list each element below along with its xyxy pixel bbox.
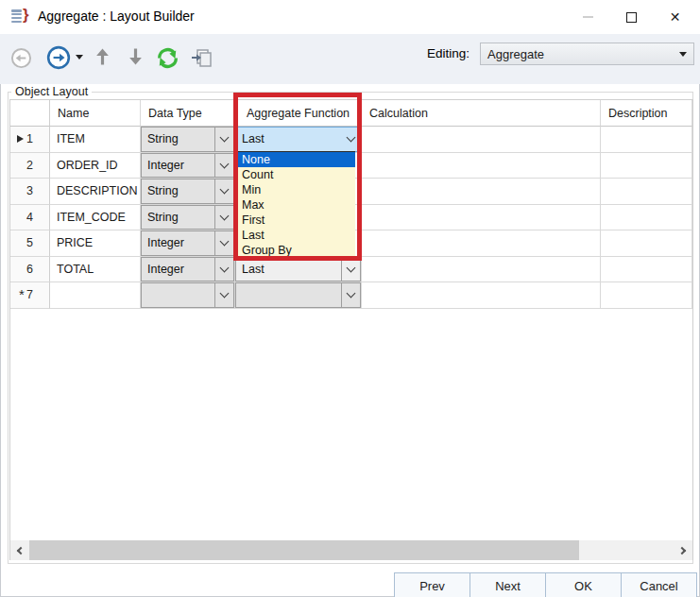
cell-calculation[interactable] (362, 205, 601, 231)
close-button[interactable]: ✕ (654, 0, 696, 34)
cell-aggregate-function[interactable]: Last (235, 257, 362, 283)
forward-dropdown-button[interactable] (76, 55, 83, 60)
dropdown-item-first[interactable]: First (238, 213, 355, 228)
forward-icon (46, 45, 71, 70)
cell-description[interactable] (601, 205, 692, 231)
chevron-down-icon (214, 206, 233, 230)
cell-name[interactable]: ITEM_CODE (50, 205, 141, 231)
column-header-data-type[interactable]: Data Type (141, 100, 235, 127)
editing-dropdown-value: Aggregate (481, 47, 679, 61)
row-header[interactable]: 6 (10, 257, 50, 283)
back-button[interactable] (10, 47, 32, 69)
row-header[interactable]: 4 (10, 205, 50, 231)
row-header[interactable]: 1 (10, 127, 50, 153)
cell-calculation[interactable] (362, 282, 601, 309)
editing-dropdown[interactable]: Aggregate (480, 43, 694, 65)
export-button[interactable] (191, 47, 212, 68)
cell-aggregate-function[interactable]: Last (235, 127, 362, 153)
move-down-button[interactable] (128, 46, 144, 67)
cell-data-type[interactable]: String (141, 179, 235, 205)
dropdown-item-group-by[interactable]: Group By (238, 243, 355, 258)
cell-data-type[interactable]: Integer (141, 257, 235, 283)
column-header-description[interactable]: Description (601, 100, 692, 127)
aggregate-function-dropdown[interactable]: Last (235, 257, 361, 282)
arrow-down-icon (128, 46, 144, 67)
arrow-up-icon (94, 46, 111, 67)
row-number: 7 (26, 288, 33, 301)
cell-description[interactable] (601, 230, 692, 257)
scrollbar-thumb[interactable] (29, 540, 579, 560)
chevron-down-icon (341, 283, 360, 307)
aggregate-function-dropdown[interactable]: Last (235, 127, 361, 152)
cell-data-type[interactable]: String (141, 205, 235, 231)
chevron-down-icon (214, 231, 233, 255)
data-type-dropdown[interactable]: Integer (141, 153, 234, 179)
cell-description[interactable] (601, 127, 692, 153)
data-type-dropdown[interactable]: String (141, 205, 234, 230)
cell-name[interactable] (50, 282, 141, 309)
row-header[interactable]: 2 (10, 153, 50, 179)
row-number: 4 (26, 211, 33, 224)
horizontal-scrollbar[interactable] (10, 540, 692, 560)
maximize-icon (626, 12, 637, 23)
minimize-button[interactable] (567, 0, 609, 34)
chevron-down-icon (341, 258, 360, 281)
data-type-dropdown[interactable]: Integer (141, 257, 234, 282)
corner-header[interactable] (10, 100, 50, 127)
next-button[interactable]: Next (470, 572, 546, 597)
cell-data-type[interactable] (141, 282, 235, 309)
cell-data-type[interactable]: String (141, 127, 235, 153)
chevron-down-icon (214, 154, 233, 178)
data-type-dropdown[interactable] (141, 282, 234, 308)
scroll-left-button[interactable] (10, 540, 29, 560)
cell-description[interactable] (601, 257, 692, 283)
dropdown-item-none[interactable]: None (238, 152, 355, 167)
cell-name[interactable]: PRICE (50, 230, 141, 257)
dialog-window: } Aggregate : Layout Builder ✕ (0, 0, 700, 597)
window-title: Aggregate : Layout Builder (38, 9, 195, 24)
cell-data-type[interactable]: Integer (141, 153, 235, 179)
column-header-calculation[interactable]: Calculation (362, 100, 601, 127)
refresh-button[interactable] (156, 46, 179, 70)
prev-button[interactable]: Prev (394, 572, 470, 597)
maximize-button[interactable] (610, 0, 653, 34)
row-header[interactable]: 3 (10, 179, 50, 205)
cell-description[interactable] (601, 179, 692, 205)
cell-calculation[interactable] (362, 257, 601, 283)
row-number: 5 (26, 236, 33, 249)
forward-button[interactable] (46, 45, 71, 70)
cell-aggregate-function[interactable] (235, 282, 362, 309)
cell-calculation[interactable] (362, 230, 601, 257)
ok-button[interactable]: OK (545, 572, 622, 597)
chevron-down-icon (214, 258, 233, 281)
data-type-dropdown[interactable]: String (141, 127, 234, 152)
refresh-icon (156, 46, 179, 70)
data-type-dropdown[interactable]: String (141, 179, 234, 204)
cell-name[interactable]: DESCRIPTION (50, 179, 141, 205)
chevron-down-icon (214, 179, 233, 203)
column-header-name[interactable]: Name (50, 100, 141, 127)
dropdown-item-last[interactable]: Last (238, 228, 355, 243)
cell-name[interactable]: ORDER_ID (50, 153, 141, 179)
cell-calculation[interactable] (362, 127, 601, 153)
chevron-down-icon (214, 283, 233, 307)
cell-calculation[interactable] (362, 153, 601, 179)
scroll-right-button[interactable] (674, 540, 692, 560)
row-header[interactable]: * 7 (10, 282, 50, 309)
cell-description[interactable] (601, 153, 692, 179)
cell-name[interactable]: TOTAL (50, 257, 141, 283)
cell-name[interactable]: ITEM (50, 127, 141, 153)
row-header[interactable]: 5 (10, 230, 50, 257)
cell-data-type[interactable]: Integer (141, 230, 235, 257)
footer-button-bar: Prev Next OK Cancel (395, 572, 697, 597)
cell-calculation[interactable] (362, 179, 601, 205)
dropdown-item-max[interactable]: Max (238, 197, 355, 213)
move-up-button[interactable] (94, 46, 111, 67)
cell-description[interactable] (601, 282, 692, 309)
data-type-dropdown[interactable]: Integer (141, 230, 234, 256)
dropdown-item-min[interactable]: Min (238, 182, 355, 197)
dropdown-item-count[interactable]: Count (238, 167, 355, 182)
aggregate-function-dropdown[interactable] (235, 282, 361, 308)
column-header-aggregate-function[interactable]: Aggregate Function (235, 100, 362, 127)
cancel-button[interactable]: Cancel (621, 572, 697, 597)
